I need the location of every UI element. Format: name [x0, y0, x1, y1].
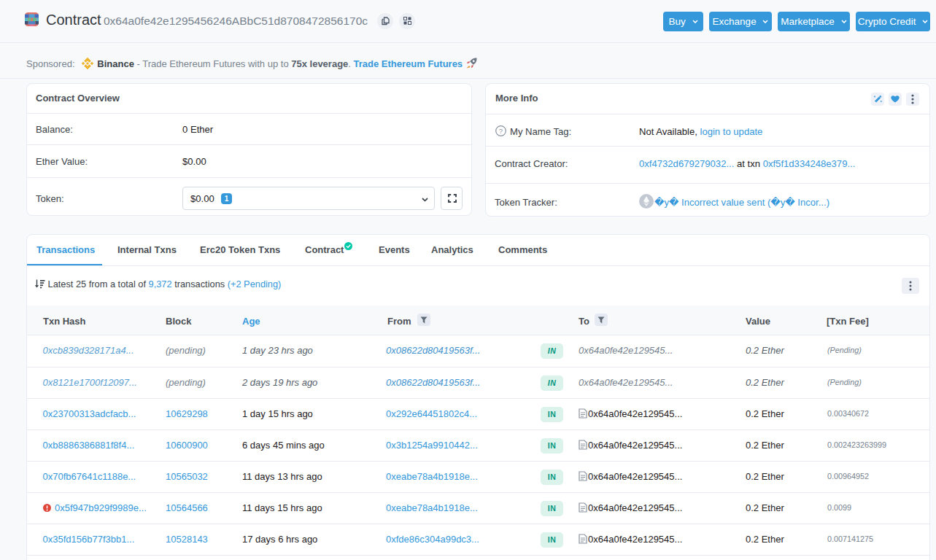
svg-text:?: ? [499, 127, 503, 135]
